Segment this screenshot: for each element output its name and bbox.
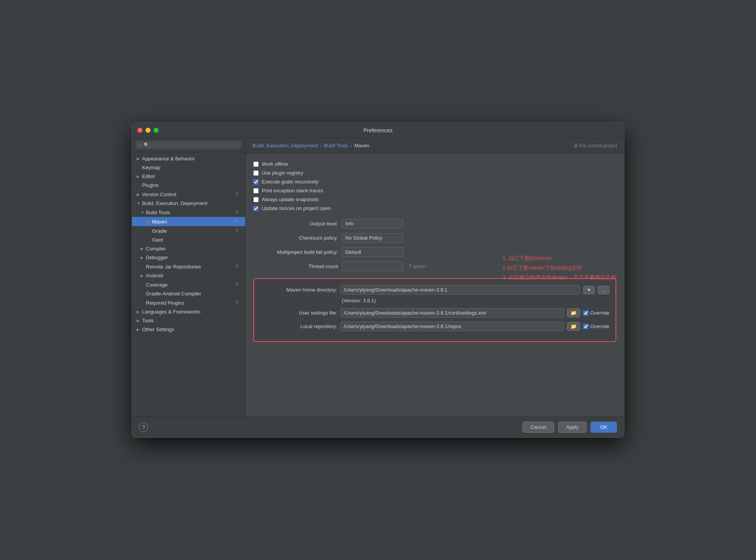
thread-count-input[interactable] — [342, 262, 403, 271]
sidebar-item-keymap[interactable]: Keymap — [132, 163, 245, 172]
user-settings-override-checkbox[interactable] — [583, 310, 589, 316]
output-level-select-wrap: Info Debug Warning Error — [342, 219, 403, 228]
maven-home-dropdown-btn[interactable]: ▼ — [583, 286, 595, 294]
copy-icon: ⧉ — [235, 209, 241, 215]
sidebar-item-editor[interactable]: ▶ Editor — [132, 172, 245, 181]
local-repo-input[interactable] — [340, 322, 564, 331]
checkboxes-section: Work offline Use plugin registry Execute… — [253, 160, 616, 213]
copy-icon: ⧉ — [235, 300, 241, 306]
user-settings-override-wrap: Override — [583, 310, 609, 316]
sidebar-item-label: Gradle-Android Compiler — [146, 291, 241, 297]
checksum-policy-select[interactable]: No Global Policy Warn Fail Ignore — [342, 233, 403, 243]
sidebar-item-debugger[interactable]: ▶ Debugger — [132, 253, 245, 262]
copy-icon: ⧉ — [235, 191, 241, 197]
copy-icon: ⧉ — [235, 228, 241, 234]
sidebar-item-coverage[interactable]: Coverage ⧉ — [132, 280, 245, 289]
sidebar-item-version-control[interactable]: ▶ Version Control ⧉ — [132, 190, 245, 199]
sidebar-item-android[interactable]: ▶ Android — [132, 271, 245, 280]
work-offline-label[interactable]: Work offline — [262, 161, 288, 167]
preferences-dialog: Preferences ⌕ ▶ Appearance & Behavior — [132, 122, 624, 438]
maximize-button[interactable] — [154, 128, 159, 133]
sidebar-item-label: Remote Jar Repositories — [146, 264, 235, 270]
search-icon: ⌕ — [139, 142, 142, 148]
arrow-icon: ▶ — [137, 318, 142, 323]
sidebar-item-compiler[interactable]: ▶ Compiler — [132, 244, 245, 253]
annotation-line-3: 3. 自己建立的库文件夹repo，千万不要用自己的 — [502, 273, 616, 282]
arrow-icon: ▼ — [137, 201, 142, 205]
local-repo-override-label[interactable]: Override — [590, 323, 609, 329]
sidebar-item-maven[interactable]: ▶ Maven ⧉ — [132, 217, 245, 226]
local-repo-override-checkbox[interactable] — [583, 324, 589, 329]
always-update-checkbox[interactable] — [253, 197, 259, 202]
breadcrumb: Build, Execution, Deployment › Build Too… — [246, 138, 624, 153]
use-plugin-registry-label[interactable]: Use plugin registry — [262, 170, 303, 176]
execute-goals-checkbox[interactable] — [253, 179, 259, 185]
sidebar-item-tools[interactable]: ▶ Tools — [132, 316, 245, 325]
work-offline-checkbox[interactable] — [253, 162, 259, 167]
use-plugin-registry-checkbox[interactable] — [253, 170, 259, 176]
apply-button[interactable]: Apply — [558, 422, 587, 433]
thread-count-label: Thread count — [253, 263, 338, 269]
sidebar-item-plugins[interactable]: Plugins — [132, 181, 245, 190]
sidebar-item-label: Plugins — [142, 182, 241, 188]
sidebar-item-build-tools[interactable]: ▼ Build Tools ⧉ — [132, 208, 245, 217]
user-settings-browse-btn[interactable]: 📁 — [567, 308, 580, 317]
sidebar-item-label: Gradle — [152, 228, 235, 234]
sidebar-item-build-exec[interactable]: ▼ Build, Execution, Deployment — [132, 199, 245, 208]
user-settings-override-label[interactable]: Override — [590, 310, 609, 316]
print-stack-traces-label[interactable]: Print exception stack traces — [262, 188, 323, 193]
output-level-select[interactable]: Info Debug Warning Error — [342, 219, 403, 228]
sidebar-item-label: Editor — [142, 173, 241, 179]
annotation-line-1: 1. 自己下载的maven — [502, 253, 616, 263]
project-icon: ⊞ — [574, 143, 578, 148]
right-panel: Build, Execution, Deployment › Build Too… — [246, 138, 624, 417]
arrow-icon: ▶ — [137, 174, 142, 178]
checkbox-row-print-traces: Print exception stack traces — [253, 186, 616, 195]
dialog-title: Preferences — [363, 127, 392, 133]
project-scope: ⊞ For current project — [574, 143, 617, 148]
multiproject-policy-select[interactable]: Default Fail at end Never fail — [342, 247, 403, 257]
breadcrumb-maven: Maven — [354, 143, 369, 148]
close-button[interactable] — [137, 128, 142, 133]
copy-icon: ⧉ — [235, 263, 241, 270]
sidebar-item-languages[interactable]: ▶ Languages & Frameworks — [132, 307, 245, 316]
sidebar-item-label: Compiler — [146, 246, 241, 252]
sidebar-item-gradle[interactable]: Gradle ⧉ — [132, 226, 245, 235]
maven-home-row: Maven home directory: ▼ … — [260, 285, 609, 295]
settings-content: Work offline Use plugin registry Execute… — [246, 153, 624, 417]
ok-button[interactable]: OK — [590, 422, 617, 433]
sidebar-item-label: Android — [146, 273, 241, 278]
sidebar-item-other-settings[interactable]: ▶ Other Settings — [132, 325, 245, 334]
sidebar-item-remote-jar[interactable]: Remote Jar Repositories ⧉ — [132, 262, 245, 271]
checkbox-row-execute-goals: Execute goals recursively — [253, 177, 616, 186]
arrow-icon: ▼ — [140, 210, 146, 215]
dialog-footer: ? Cancel Apply OK — [132, 417, 624, 437]
multiproject-policy-select-wrap: Default Fail at end Never fail — [342, 247, 403, 257]
breadcrumb-build-tools[interactable]: Build Tools — [324, 143, 348, 148]
cancel-button[interactable]: Cancel — [522, 422, 554, 433]
user-settings-label: User settings file: — [260, 310, 337, 316]
annotation-box: 1. 自己下载的maven 2 自己下载maven下的setting文件 3. … — [502, 253, 616, 283]
breadcrumb-build-exec[interactable]: Build, Execution, Deployment — [253, 143, 318, 148]
sidebar-item-label: Keymap — [142, 165, 241, 170]
footer-right: Cancel Apply OK — [522, 422, 617, 433]
sidebar-item-appearance[interactable]: ▶ Appearance & Behavior — [132, 154, 245, 163]
checkbox-row-update-snapshots: Always update snapshots — [253, 195, 616, 204]
arrow-icon: ▶ — [140, 247, 146, 251]
help-button[interactable]: ? — [139, 423, 148, 432]
execute-goals-label[interactable]: Execute goals recursively — [262, 179, 318, 185]
sidebar-item-gant[interactable]: Gant — [132, 235, 245, 244]
search-input[interactable] — [144, 142, 238, 148]
sidebar-item-required-plugins[interactable]: Required Plugins ⧉ — [132, 298, 245, 307]
print-stack-traces-checkbox[interactable] — [253, 188, 259, 193]
update-indices-label[interactable]: Update Incices on project open — [262, 205, 331, 211]
sidebar-item-gradle-android[interactable]: Gradle-Android Compiler — [132, 289, 245, 298]
maven-home-browse-btn[interactable]: … — [598, 286, 609, 294]
always-update-label[interactable]: Always update snapshots — [262, 197, 318, 202]
user-settings-input[interactable] — [340, 308, 564, 318]
local-repo-browse-btn[interactable]: 📁 — [567, 322, 580, 331]
minimize-button[interactable] — [146, 128, 151, 133]
sidebar-item-label: Version Control — [142, 192, 235, 197]
maven-home-input[interactable] — [340, 285, 580, 295]
update-indices-checkbox[interactable] — [253, 206, 259, 211]
